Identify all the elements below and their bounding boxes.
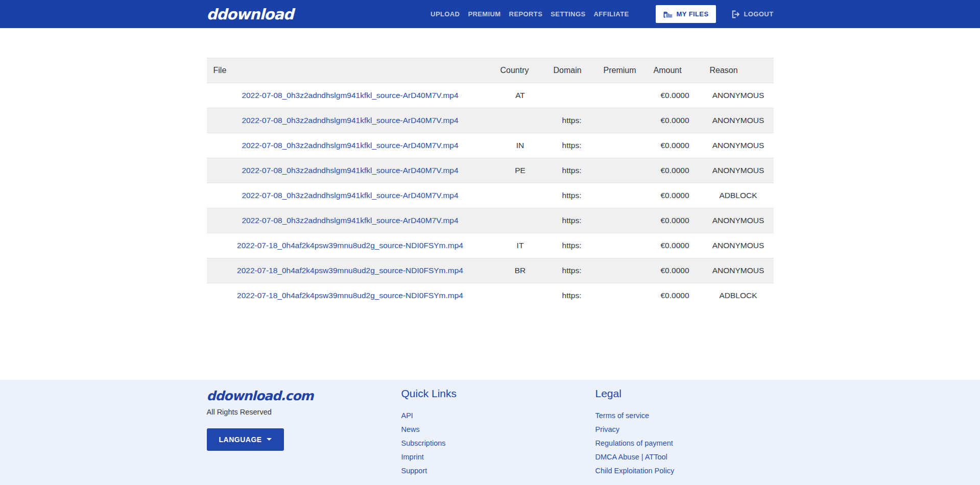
table-row: 2022-07-18_0h4af2k4psw39mnu8ud2g_source-… bbox=[207, 283, 774, 308]
cell-domain: https: bbox=[547, 258, 597, 283]
footer-logo[interactable]: ddownload.com bbox=[207, 389, 314, 403]
file-link[interactable]: 2022-07-08_0h3z2adndhslgm941kfkl_source-… bbox=[242, 191, 458, 200]
file-link[interactable]: 2022-07-08_0h3z2adndhslgm941kfkl_source-… bbox=[242, 166, 458, 175]
cell-amount: €0.0000 bbox=[647, 208, 703, 233]
table-row: 2022-07-08_0h3z2adndhslgm941kfkl_source-… bbox=[207, 183, 774, 208]
logout-link[interactable]: LOGOUT bbox=[731, 10, 773, 18]
cell-country: AT bbox=[494, 83, 547, 108]
table-row: 2022-07-08_0h3z2adndhslgm941kfkl_source-… bbox=[207, 158, 774, 183]
language-label: LANGUAGE bbox=[219, 435, 262, 444]
footer-link-terms-of-service[interactable]: Terms of service bbox=[595, 409, 650, 423]
table-header-row: FileCountryDomainPremiumAmountReason bbox=[207, 58, 774, 83]
main-nav: UPLOADPREMIUMREPORTSSETTINGSAFFILIATE bbox=[426, 10, 633, 18]
footer-link-api[interactable]: API bbox=[401, 409, 413, 423]
cell-reason: ANONYMOUS bbox=[703, 133, 774, 158]
cell-amount: €0.0000 bbox=[647, 108, 703, 133]
cell-domain bbox=[547, 83, 597, 108]
cell-country: IT bbox=[494, 233, 547, 258]
cell-amount: €0.0000 bbox=[647, 83, 703, 108]
folder-icon bbox=[663, 10, 673, 18]
site-logo[interactable]: ddownload bbox=[207, 6, 294, 23]
logout-label: LOGOUT bbox=[744, 10, 773, 18]
footer-link-news[interactable]: News bbox=[401, 423, 420, 436]
footer-link-dmca-abuse-attool[interactable]: DMCA Abuse | ATTool bbox=[595, 450, 667, 464]
column-header-premium: Premium bbox=[597, 58, 647, 83]
file-link[interactable]: 2022-07-08_0h3z2adndhslgm941kfkl_source-… bbox=[242, 216, 458, 225]
footer-link-subscriptions[interactable]: Subscriptions bbox=[401, 436, 446, 450]
file-link[interactable]: 2022-07-08_0h3z2adndhslgm941kfkl_source-… bbox=[242, 91, 458, 100]
file-link[interactable]: 2022-07-08_0h3z2adndhslgm941kfkl_source-… bbox=[242, 141, 458, 150]
my-files-label: MY FILES bbox=[677, 10, 709, 18]
footer-legal-column: Legal Terms of servicePrivacyRegulations… bbox=[595, 387, 774, 478]
cell-domain: https: bbox=[547, 283, 597, 308]
cell-reason: ADBLOCK bbox=[703, 183, 774, 208]
cell-domain: https: bbox=[547, 108, 597, 133]
footer-link-regulations-of-payment[interactable]: Regulations of payment bbox=[595, 436, 673, 450]
cell-country bbox=[494, 208, 547, 233]
cell-premium bbox=[597, 258, 647, 283]
cell-amount: €0.0000 bbox=[647, 233, 703, 258]
cell-domain: https: bbox=[547, 133, 597, 158]
top-navbar: ddownload UPLOADPREMIUMREPORTSSETTINGSAF… bbox=[0, 0, 980, 28]
column-header-file: File bbox=[207, 58, 494, 83]
language-button[interactable]: LANGUAGE bbox=[207, 428, 284, 451]
cell-premium bbox=[597, 108, 647, 133]
table-row: 2022-07-18_0h4af2k4psw39mnu8ud2g_source-… bbox=[207, 258, 774, 283]
nav-link-reports[interactable]: REPORTS bbox=[509, 10, 543, 18]
cell-country bbox=[494, 108, 547, 133]
column-header-reason: Reason bbox=[703, 58, 774, 83]
cell-premium bbox=[597, 158, 647, 183]
cell-country bbox=[494, 283, 547, 308]
cell-amount: €0.0000 bbox=[647, 158, 703, 183]
my-files-button[interactable]: MY FILES bbox=[656, 5, 716, 23]
footer-link-support[interactable]: Support bbox=[401, 464, 427, 478]
table-row: 2022-07-08_0h3z2adndhslgm941kfkl_source-… bbox=[207, 208, 774, 233]
nav-link-premium[interactable]: PREMIUM bbox=[468, 10, 500, 18]
footer-link-privacy[interactable]: Privacy bbox=[595, 423, 620, 436]
file-table-body: 2022-07-08_0h3z2adndhslgm941kfkl_source-… bbox=[207, 83, 774, 308]
footer-brand-column: ddownload.com All Rights Reserved LANGUA… bbox=[207, 387, 401, 451]
legal-links-list: Terms of servicePrivacyRegulations of pa… bbox=[595, 409, 774, 478]
table-row: 2022-07-18_0h4af2k4psw39mnu8ud2g_source-… bbox=[207, 233, 774, 258]
cell-country: IN bbox=[494, 133, 547, 158]
table-row: 2022-07-08_0h3z2adndhslgm941kfkl_source-… bbox=[207, 133, 774, 158]
cell-premium bbox=[597, 208, 647, 233]
cell-reason: ANONYMOUS bbox=[703, 208, 774, 233]
file-link[interactable]: 2022-07-18_0h4af2k4psw39mnu8ud2g_source-… bbox=[237, 266, 463, 275]
cell-premium bbox=[597, 233, 647, 258]
cell-amount: €0.0000 bbox=[647, 133, 703, 158]
cell-premium bbox=[597, 283, 647, 308]
logout-icon bbox=[731, 10, 740, 18]
column-header-domain: Domain bbox=[547, 58, 597, 83]
cell-country bbox=[494, 183, 547, 208]
nav-link-settings[interactable]: SETTINGS bbox=[551, 10, 585, 18]
footer-quicklinks-column: Quick Links APINewsSubscriptionsImprintS… bbox=[401, 387, 595, 478]
quick-links-list: APINewsSubscriptionsImprintSupport bbox=[401, 409, 595, 478]
file-link[interactable]: 2022-07-18_0h4af2k4psw39mnu8ud2g_source-… bbox=[237, 291, 463, 300]
cell-domain: https: bbox=[547, 208, 597, 233]
cell-amount: €0.0000 bbox=[647, 258, 703, 283]
nav-link-affiliate[interactable]: AFFILIATE bbox=[593, 10, 629, 18]
cell-premium bbox=[597, 183, 647, 208]
file-link[interactable]: 2022-07-18_0h4af2k4psw39mnu8ud2g_source-… bbox=[237, 241, 463, 250]
cell-amount: €0.0000 bbox=[647, 283, 703, 308]
legal-heading: Legal bbox=[595, 387, 774, 400]
cell-amount: €0.0000 bbox=[647, 183, 703, 208]
cell-country: PE bbox=[494, 158, 547, 183]
page-footer: ddownload.com All Rights Reserved LANGUA… bbox=[0, 380, 980, 485]
cell-premium bbox=[597, 133, 647, 158]
footer-link-imprint[interactable]: Imprint bbox=[401, 450, 424, 464]
cell-reason: ANONYMOUS bbox=[703, 108, 774, 133]
column-header-amount: Amount bbox=[647, 58, 703, 83]
file-link[interactable]: 2022-07-08_0h3z2adndhslgm941kfkl_source-… bbox=[242, 116, 458, 125]
rights-text: All Rights Reserved bbox=[207, 408, 401, 416]
cell-reason: ANONYMOUS bbox=[703, 258, 774, 283]
footer-link-child-exploitation-policy[interactable]: Child Exploitation Policy bbox=[595, 464, 675, 478]
cell-reason: ANONYMOUS bbox=[703, 83, 774, 108]
nav-link-upload[interactable]: UPLOAD bbox=[431, 10, 460, 18]
reports-table: FileCountryDomainPremiumAmountReason 202… bbox=[207, 58, 774, 308]
table-row: 2022-07-08_0h3z2adndhslgm941kfkl_source-… bbox=[207, 83, 774, 108]
cell-reason: ADBLOCK bbox=[703, 283, 774, 308]
cell-reason: ANONYMOUS bbox=[703, 233, 774, 258]
chevron-down-icon bbox=[267, 438, 272, 441]
